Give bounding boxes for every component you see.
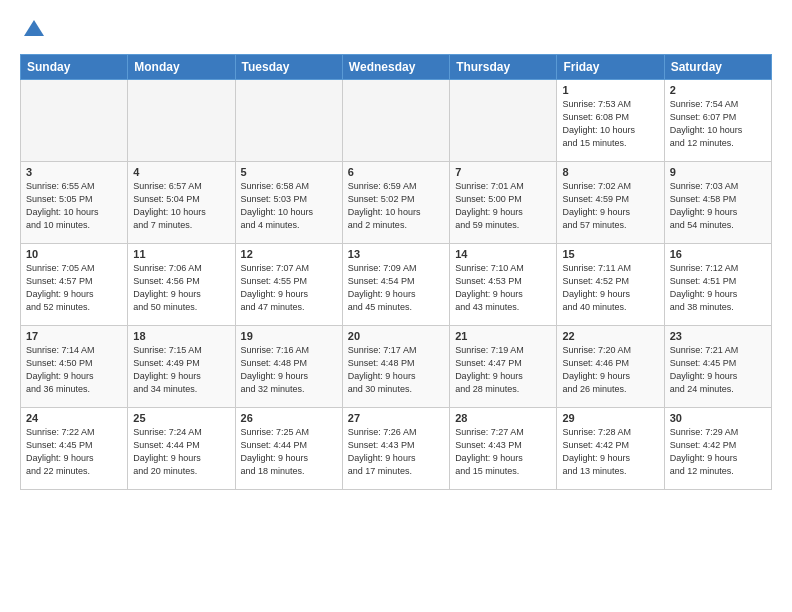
day-detail: Sunrise: 7:03 AM Sunset: 4:58 PM Dayligh… [670, 180, 766, 232]
week-row-1: 1Sunrise: 7:53 AM Sunset: 6:08 PM Daylig… [21, 80, 772, 162]
day-number: 11 [133, 248, 229, 260]
day-number: 21 [455, 330, 551, 342]
calendar-cell [235, 80, 342, 162]
calendar-cell: 11Sunrise: 7:06 AM Sunset: 4:56 PM Dayli… [128, 244, 235, 326]
day-detail: Sunrise: 7:09 AM Sunset: 4:54 PM Dayligh… [348, 262, 444, 314]
day-number: 1 [562, 84, 658, 96]
day-detail: Sunrise: 7:22 AM Sunset: 4:45 PM Dayligh… [26, 426, 122, 478]
day-detail: Sunrise: 6:57 AM Sunset: 5:04 PM Dayligh… [133, 180, 229, 232]
calendar-cell: 20Sunrise: 7:17 AM Sunset: 4:48 PM Dayli… [342, 326, 449, 408]
day-detail: Sunrise: 7:54 AM Sunset: 6:07 PM Dayligh… [670, 98, 766, 150]
day-detail: Sunrise: 7:15 AM Sunset: 4:49 PM Dayligh… [133, 344, 229, 396]
day-header-monday: Monday [128, 55, 235, 80]
day-number: 29 [562, 412, 658, 424]
day-detail: Sunrise: 7:24 AM Sunset: 4:44 PM Dayligh… [133, 426, 229, 478]
day-number: 2 [670, 84, 766, 96]
calendar-cell: 30Sunrise: 7:29 AM Sunset: 4:42 PM Dayli… [664, 408, 771, 490]
calendar-cell: 1Sunrise: 7:53 AM Sunset: 6:08 PM Daylig… [557, 80, 664, 162]
calendar-cell: 23Sunrise: 7:21 AM Sunset: 4:45 PM Dayli… [664, 326, 771, 408]
day-number: 19 [241, 330, 337, 342]
calendar-cell: 12Sunrise: 7:07 AM Sunset: 4:55 PM Dayli… [235, 244, 342, 326]
calendar-cell: 15Sunrise: 7:11 AM Sunset: 4:52 PM Dayli… [557, 244, 664, 326]
logo [20, 16, 52, 44]
day-number: 20 [348, 330, 444, 342]
day-number: 22 [562, 330, 658, 342]
calendar-cell: 5Sunrise: 6:58 AM Sunset: 5:03 PM Daylig… [235, 162, 342, 244]
svg-rect-1 [30, 28, 38, 36]
calendar-cell: 3Sunrise: 6:55 AM Sunset: 5:05 PM Daylig… [21, 162, 128, 244]
calendar-cell: 7Sunrise: 7:01 AM Sunset: 5:00 PM Daylig… [450, 162, 557, 244]
day-detail: Sunrise: 7:29 AM Sunset: 4:42 PM Dayligh… [670, 426, 766, 478]
calendar-cell: 9Sunrise: 7:03 AM Sunset: 4:58 PM Daylig… [664, 162, 771, 244]
calendar: SundayMondayTuesdayWednesdayThursdayFrid… [20, 54, 772, 490]
day-detail: Sunrise: 7:26 AM Sunset: 4:43 PM Dayligh… [348, 426, 444, 478]
day-number: 3 [26, 166, 122, 178]
calendar-cell: 29Sunrise: 7:28 AM Sunset: 4:42 PM Dayli… [557, 408, 664, 490]
day-detail: Sunrise: 7:06 AM Sunset: 4:56 PM Dayligh… [133, 262, 229, 314]
day-number: 27 [348, 412, 444, 424]
day-detail: Sunrise: 7:25 AM Sunset: 4:44 PM Dayligh… [241, 426, 337, 478]
header [20, 16, 772, 44]
calendar-cell: 4Sunrise: 6:57 AM Sunset: 5:04 PM Daylig… [128, 162, 235, 244]
day-detail: Sunrise: 7:28 AM Sunset: 4:42 PM Dayligh… [562, 426, 658, 478]
day-number: 23 [670, 330, 766, 342]
week-row-4: 17Sunrise: 7:14 AM Sunset: 4:50 PM Dayli… [21, 326, 772, 408]
day-number: 28 [455, 412, 551, 424]
day-detail: Sunrise: 7:20 AM Sunset: 4:46 PM Dayligh… [562, 344, 658, 396]
day-number: 18 [133, 330, 229, 342]
day-detail: Sunrise: 7:07 AM Sunset: 4:55 PM Dayligh… [241, 262, 337, 314]
calendar-cell [450, 80, 557, 162]
day-detail: Sunrise: 7:01 AM Sunset: 5:00 PM Dayligh… [455, 180, 551, 232]
day-number: 5 [241, 166, 337, 178]
calendar-cell: 10Sunrise: 7:05 AM Sunset: 4:57 PM Dayli… [21, 244, 128, 326]
calendar-cell: 25Sunrise: 7:24 AM Sunset: 4:44 PM Dayli… [128, 408, 235, 490]
week-row-5: 24Sunrise: 7:22 AM Sunset: 4:45 PM Dayli… [21, 408, 772, 490]
day-number: 13 [348, 248, 444, 260]
day-detail: Sunrise: 7:17 AM Sunset: 4:48 PM Dayligh… [348, 344, 444, 396]
calendar-cell: 27Sunrise: 7:26 AM Sunset: 4:43 PM Dayli… [342, 408, 449, 490]
day-header-friday: Friday [557, 55, 664, 80]
day-detail: Sunrise: 6:59 AM Sunset: 5:02 PM Dayligh… [348, 180, 444, 232]
day-detail: Sunrise: 7:16 AM Sunset: 4:48 PM Dayligh… [241, 344, 337, 396]
calendar-cell [128, 80, 235, 162]
day-header-thursday: Thursday [450, 55, 557, 80]
calendar-cell: 17Sunrise: 7:14 AM Sunset: 4:50 PM Dayli… [21, 326, 128, 408]
day-number: 14 [455, 248, 551, 260]
calendar-cell: 8Sunrise: 7:02 AM Sunset: 4:59 PM Daylig… [557, 162, 664, 244]
day-header-saturday: Saturday [664, 55, 771, 80]
calendar-cell: 14Sunrise: 7:10 AM Sunset: 4:53 PM Dayli… [450, 244, 557, 326]
day-number: 16 [670, 248, 766, 260]
calendar-cell: 26Sunrise: 7:25 AM Sunset: 4:44 PM Dayli… [235, 408, 342, 490]
day-number: 24 [26, 412, 122, 424]
calendar-cell: 16Sunrise: 7:12 AM Sunset: 4:51 PM Dayli… [664, 244, 771, 326]
day-header-tuesday: Tuesday [235, 55, 342, 80]
calendar-cell: 13Sunrise: 7:09 AM Sunset: 4:54 PM Dayli… [342, 244, 449, 326]
day-detail: Sunrise: 7:53 AM Sunset: 6:08 PM Dayligh… [562, 98, 658, 150]
day-detail: Sunrise: 7:12 AM Sunset: 4:51 PM Dayligh… [670, 262, 766, 314]
week-row-2: 3Sunrise: 6:55 AM Sunset: 5:05 PM Daylig… [21, 162, 772, 244]
day-detail: Sunrise: 7:14 AM Sunset: 4:50 PM Dayligh… [26, 344, 122, 396]
calendar-cell: 28Sunrise: 7:27 AM Sunset: 4:43 PM Dayli… [450, 408, 557, 490]
calendar-cell [342, 80, 449, 162]
day-number: 6 [348, 166, 444, 178]
day-number: 30 [670, 412, 766, 424]
day-number: 12 [241, 248, 337, 260]
day-detail: Sunrise: 7:02 AM Sunset: 4:59 PM Dayligh… [562, 180, 658, 232]
logo-icon [20, 16, 48, 44]
day-detail: Sunrise: 6:55 AM Sunset: 5:05 PM Dayligh… [26, 180, 122, 232]
day-number: 26 [241, 412, 337, 424]
calendar-cell: 6Sunrise: 6:59 AM Sunset: 5:02 PM Daylig… [342, 162, 449, 244]
calendar-cell: 19Sunrise: 7:16 AM Sunset: 4:48 PM Dayli… [235, 326, 342, 408]
day-number: 9 [670, 166, 766, 178]
page: SundayMondayTuesdayWednesdayThursdayFrid… [0, 0, 792, 612]
day-detail: Sunrise: 7:11 AM Sunset: 4:52 PM Dayligh… [562, 262, 658, 314]
calendar-header-row: SundayMondayTuesdayWednesdayThursdayFrid… [21, 55, 772, 80]
day-header-wednesday: Wednesday [342, 55, 449, 80]
day-number: 15 [562, 248, 658, 260]
day-detail: Sunrise: 6:58 AM Sunset: 5:03 PM Dayligh… [241, 180, 337, 232]
day-number: 10 [26, 248, 122, 260]
calendar-cell: 2Sunrise: 7:54 AM Sunset: 6:07 PM Daylig… [664, 80, 771, 162]
calendar-cell: 24Sunrise: 7:22 AM Sunset: 4:45 PM Dayli… [21, 408, 128, 490]
week-row-3: 10Sunrise: 7:05 AM Sunset: 4:57 PM Dayli… [21, 244, 772, 326]
calendar-cell: 22Sunrise: 7:20 AM Sunset: 4:46 PM Dayli… [557, 326, 664, 408]
